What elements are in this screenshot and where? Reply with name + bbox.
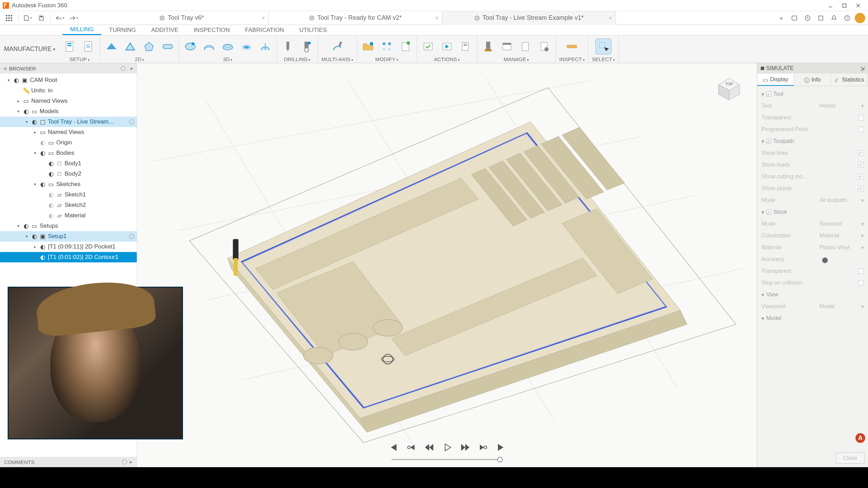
tree-units[interactable]: 📏Units: in — [0, 85, 137, 96]
show-points-checkbox[interactable] — [858, 186, 864, 191]
chevron-right-icon[interactable]: ▸ — [130, 459, 133, 465]
contour-2d-icon[interactable] — [123, 39, 138, 54]
viewcube[interactable]: TOP — [712, 70, 746, 105]
tree-setups[interactable]: ▾◐▭Setups — [0, 221, 137, 231]
visibility-icon[interactable]: ◐ — [40, 254, 46, 260]
visibility-icon[interactable]: ◐ — [40, 244, 46, 250]
section-tool[interactable]: ▾Tool — [761, 88, 864, 100]
next-op-button[interactable] — [477, 441, 489, 453]
tree-root[interactable]: ▾◐▣CAM Root — [0, 75, 137, 85]
tree-body2[interactable]: ◐□Body2 — [0, 169, 137, 179]
radial-3d-icon[interactable] — [258, 39, 273, 54]
parallel-3d-icon[interactable] — [201, 39, 217, 54]
user-avatar[interactable] — [855, 13, 865, 23]
job-status-button[interactable] — [802, 12, 813, 24]
folder-icon[interactable] — [360, 39, 376, 54]
show-cutting-checkbox[interactable] — [858, 174, 864, 179]
play-button[interactable] — [441, 441, 453, 453]
show-leads-checkbox[interactable] — [858, 162, 864, 168]
ribbon-tab-utilities[interactable]: UTILITIES — [292, 25, 334, 35]
maximize-button[interactable] — [837, 1, 851, 10]
ribbon-tab-inspection[interactable]: INSPECTION — [186, 25, 237, 35]
face-2d-icon[interactable] — [104, 39, 119, 54]
visibility-icon[interactable]: ◐ — [40, 181, 46, 187]
redo-button[interactable] — [67, 12, 80, 24]
visibility-off-icon[interactable]: ◐ — [40, 140, 46, 146]
simulate-tab-info[interactable]: ⓘInfo — [794, 74, 831, 86]
comments-options-icon[interactable] — [122, 460, 127, 464]
stock-transparent-checkbox[interactable] — [858, 268, 864, 274]
visibility-icon[interactable]: ◐ — [48, 171, 54, 177]
workspace-switcher[interactable]: MANUFACTURE — [0, 35, 59, 63]
minimize-button[interactable] — [824, 1, 837, 10]
visibility-icon[interactable]: ◐ — [31, 119, 37, 125]
tool-section-checkbox[interactable] — [766, 92, 771, 96]
generate-icon[interactable] — [420, 39, 436, 54]
tree-origin[interactable]: ◐▭Origin — [0, 137, 137, 148]
close-tab-icon[interactable]: × — [262, 15, 265, 21]
step-back-button[interactable] — [423, 441, 435, 453]
tool-library-icon[interactable] — [481, 39, 496, 54]
pin-icon[interactable]: ⇲ — [860, 65, 865, 72]
visibility-icon[interactable]: ◐ — [13, 77, 19, 83]
timeline-handle[interactable] — [497, 457, 503, 462]
pocket-2d-icon[interactable] — [141, 39, 157, 54]
adaptive-3d-icon[interactable] — [183, 39, 198, 54]
setup-sheet-icon[interactable]: G — [81, 39, 97, 54]
pattern-icon[interactable] — [379, 39, 394, 54]
measure-icon[interactable] — [564, 39, 579, 54]
ribbon-tab-turning[interactable]: TURNING — [101, 25, 143, 35]
visibility-off-icon[interactable]: ◐ — [48, 212, 54, 219]
stop-collision-checkbox[interactable] — [858, 280, 864, 286]
ribbon-group-label[interactable]: MODIFY — [375, 56, 398, 63]
tree-sketch2[interactable]: ◐▱Sketch2 — [0, 200, 137, 210]
tree-named-views[interactable]: ▸▭Named Views — [0, 96, 137, 106]
file-menu-button[interactable] — [21, 12, 34, 24]
visibility-icon[interactable]: ◐ — [48, 160, 54, 167]
prev-op-button[interactable] — [405, 441, 417, 453]
doc-tab-0[interactable]: Tool Tray v6* × — [95, 11, 269, 25]
ribbon-tab-milling[interactable]: MILLING — [62, 25, 101, 35]
ribbon-group-label[interactable]: SETUP — [69, 56, 90, 63]
simulate-tab-display[interactable]: ▭Display — [757, 74, 794, 86]
tree-material[interactable]: ◐▱Material — [0, 210, 137, 221]
help-badge-icon[interactable]: A — [856, 433, 865, 443]
ribbon-group-label[interactable]: SELECT — [592, 56, 615, 63]
visibility-icon[interactable]: ◐ — [23, 108, 29, 115]
show-lines-checkbox[interactable] — [858, 150, 864, 156]
close-simulate-button[interactable]: Close — [836, 453, 865, 464]
chevron-right-icon[interactable]: ▸ — [131, 65, 133, 71]
slot-2d-icon[interactable] — [160, 39, 175, 54]
ribbon-group-label[interactable]: 3D — [223, 56, 233, 63]
section-view[interactable]: ▾View — [761, 289, 864, 301]
ribbon-group-label[interactable]: MANAGE — [503, 56, 529, 63]
tree-model-named-views[interactable]: ▸▭Named Views — [0, 127, 137, 137]
ribbon-group-label[interactable]: DRILLING — [284, 56, 311, 63]
active-setup-icon[interactable] — [129, 234, 134, 239]
spiral-3d-icon[interactable] — [239, 39, 254, 54]
visibility-icon[interactable]: ◐ — [23, 223, 29, 229]
browser-header[interactable]: ◂ BROWSER ▸ — [0, 63, 137, 74]
tree-body1[interactable]: ◐□Body1 — [0, 158, 137, 169]
programmed-point-checkbox[interactable] — [858, 127, 864, 132]
ribbon-tab-additive[interactable]: ADDITIVE — [143, 25, 186, 35]
close-tab-icon[interactable]: × — [609, 15, 612, 21]
apps-grid-button[interactable] — [3, 12, 15, 24]
doc-tab-2[interactable]: Tool Tray - Live Stream Example v1* × — [442, 11, 616, 25]
undo-button[interactable] — [53, 12, 66, 24]
visibility-icon[interactable]: ◐ — [40, 150, 46, 156]
tree-bodies[interactable]: ▾◐▭Bodies — [0, 148, 137, 158]
simulate-icon[interactable] — [439, 39, 454, 54]
skip-end-button[interactable] — [495, 441, 507, 453]
setup-script-icon[interactable] — [62, 39, 78, 54]
save-button[interactable] — [35, 12, 48, 24]
visibility-icon[interactable]: ◐ — [31, 233, 37, 239]
post-process-icon[interactable] — [458, 39, 473, 54]
tree-op-pocket[interactable]: ▸◐[T1 (0:09:11)] 2D Pocket1 — [0, 242, 137, 252]
slider-handle[interactable] — [822, 258, 828, 263]
ribbon-group-label[interactable]: 2D — [135, 56, 144, 63]
section-stock[interactable]: ▾Stock — [761, 206, 864, 218]
data-panel-button[interactable] — [789, 12, 800, 24]
manual-nc-icon[interactable] — [398, 39, 413, 54]
tree-op-contour[interactable]: ▸◐[T1 (0:01:02)] 2D Contour1 — [0, 252, 137, 262]
